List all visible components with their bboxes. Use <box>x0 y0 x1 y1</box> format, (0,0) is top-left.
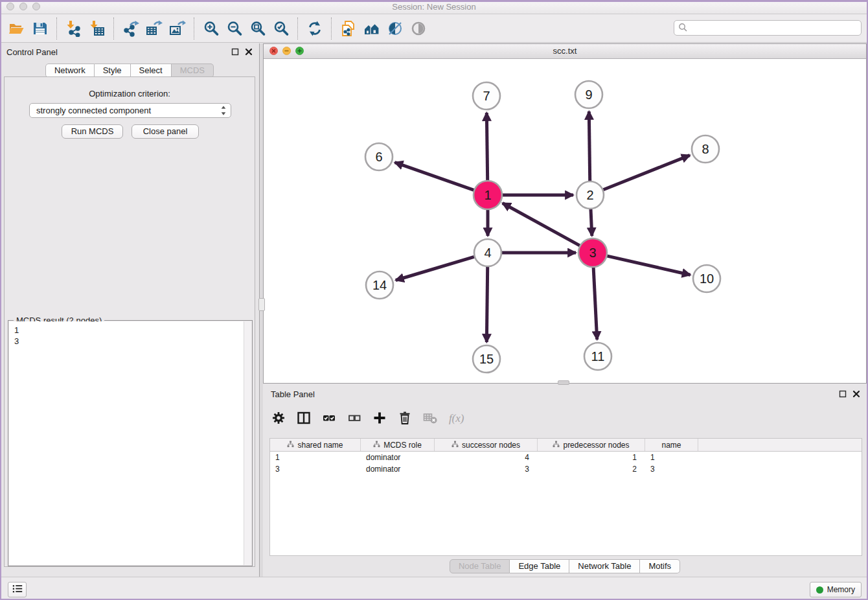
result-scrollbar[interactable] <box>244 321 251 565</box>
table-cell: 3 <box>435 463 538 475</box>
tab-edge-table[interactable]: Edge Table <box>510 559 569 573</box>
network-zoom-button[interactable] <box>295 47 304 57</box>
search-input[interactable] <box>687 23 857 34</box>
save-session-icon[interactable] <box>29 17 52 40</box>
tab-select[interactable]: Select <box>131 63 172 78</box>
graph-edge-1-7[interactable] <box>486 113 487 181</box>
unselect-all-columns-icon[interactable] <box>347 410 362 426</box>
graph-node-4[interactable]: 4 <box>474 239 501 266</box>
graph-edge-2-8[interactable] <box>603 156 690 190</box>
apply-layout-icon[interactable] <box>303 17 326 40</box>
graph-node-label-6: 6 <box>375 150 382 164</box>
graph-edge-4-14[interactable] <box>396 257 474 280</box>
graph-node-10[interactable]: 10 <box>693 265 720 292</box>
tab-network[interactable]: Network <box>45 63 95 78</box>
column-header-name[interactable]: name <box>645 439 698 451</box>
graph-edge-4-15[interactable] <box>486 267 487 342</box>
graphics-details-icon[interactable] <box>383 17 407 40</box>
select-stepper-icon <box>220 104 227 117</box>
control-panel-close-button[interactable] <box>245 48 253 56</box>
hierarchy-icon <box>451 441 459 450</box>
column-header-predecessor-nodes[interactable]: predecessor nodes <box>538 439 645 451</box>
delete-column-icon[interactable] <box>397 410 413 426</box>
graph-edge-2-9[interactable] <box>589 111 589 181</box>
task-history-button[interactable] <box>8 582 27 597</box>
zoom-in-icon[interactable] <box>200 17 223 40</box>
tab-network-table[interactable]: Network Table <box>569 559 640 573</box>
graph-edge-3-10[interactable] <box>607 256 691 275</box>
table-row[interactable]: 3dominator323 <box>270 463 862 475</box>
control-panel-float-button[interactable] <box>231 48 239 56</box>
zoom-out-icon[interactable] <box>223 17 246 40</box>
table-cell: 1 <box>645 452 698 463</box>
hierarchy-icon <box>287 441 294 450</box>
table-cell: dominator <box>361 452 435 463</box>
column-header-label: MCDS role <box>383 441 422 450</box>
network-minimize-button[interactable] <box>282 47 291 57</box>
graph-node-9[interactable]: 9 <box>575 81 602 108</box>
optimization-criterion-value: strongly connected component <box>30 106 220 115</box>
graph-node-label-11: 11 <box>591 349 605 363</box>
optimization-criterion-select[interactable]: strongly connected component <box>29 103 231 118</box>
create-column-icon[interactable] <box>372 410 387 426</box>
graph-node-label-9: 9 <box>585 87 592 102</box>
graph-node-7[interactable]: 7 <box>473 82 500 110</box>
graph-node-14[interactable]: 14 <box>366 271 393 299</box>
close-panel-button[interactable]: Close panel <box>131 124 199 139</box>
graph-node-2[interactable]: 2 <box>577 181 604 209</box>
columns-icon[interactable] <box>296 410 312 426</box>
select-all-columns-icon[interactable] <box>321 410 337 426</box>
window-titlebar: Session: New Session <box>0 0 868 14</box>
gear-icon[interactable] <box>271 410 286 426</box>
control-panel-tabs: NetworkStyleSelectMCDS <box>0 63 259 78</box>
graph-node-8[interactable]: 8 <box>692 135 719 163</box>
tab-node-table[interactable]: Node Table <box>450 559 510 573</box>
table-panel: Table Panel f(x) shared nameMCDS rolesuc… <box>263 386 867 575</box>
tab-style[interactable]: Style <box>95 63 131 78</box>
graph-edge-3-1[interactable] <box>503 203 580 246</box>
tab-motifs[interactable]: Motifs <box>640 559 680 573</box>
run-mcds-button[interactable]: Run MCDS <box>62 124 123 139</box>
column-header-label: shared name <box>297 441 343 450</box>
graph-node-15[interactable]: 15 <box>473 345 500 373</box>
network-graph-canvas[interactable]: 7968124314101511 <box>264 58 866 384</box>
export-image-icon[interactable] <box>166 17 189 40</box>
table-cell: 3 <box>270 463 361 475</box>
column-header-shared-name[interactable]: shared name <box>270 439 361 451</box>
graph-edge-3-11[interactable] <box>593 267 597 340</box>
graph-node-1[interactable]: 1 <box>474 181 502 209</box>
column-header-successor-nodes[interactable]: successor nodes <box>435 439 538 451</box>
table-row[interactable]: 1dominator411 <box>270 452 862 463</box>
graph-edge-2-3[interactable] <box>591 209 592 236</box>
table-panel-float-button[interactable] <box>839 390 847 398</box>
graph-node-label-4: 4 <box>484 246 491 260</box>
search-box[interactable] <box>674 20 862 36</box>
graph-node-11[interactable]: 11 <box>584 343 611 370</box>
toolbar-separator <box>331 17 332 40</box>
duplicate-network-icon[interactable] <box>337 17 360 40</box>
graph-node-label-3: 3 <box>589 246 596 260</box>
network-window-resize-nub[interactable] <box>558 380 569 385</box>
export-table-icon[interactable] <box>143 17 166 40</box>
column-header-MCDS-role[interactable]: MCDS role <box>361 439 435 451</box>
tab-mcds[interactable]: MCDS <box>172 63 214 78</box>
export-network-icon[interactable] <box>119 17 143 40</box>
home-icon[interactable] <box>360 17 383 40</box>
graph-node-6[interactable]: 6 <box>365 143 393 170</box>
mcds-result-textarea[interactable]: 1 3 <box>9 321 251 565</box>
graph-edge-1-6[interactable] <box>395 163 475 190</box>
control-panel-title: Control Panel <box>6 47 58 57</box>
open-session-icon[interactable] <box>5 17 29 40</box>
graph-node-label-15: 15 <box>479 352 494 366</box>
vertical-splitter-handle[interactable] <box>258 298 265 311</box>
zoom-fit-icon[interactable] <box>246 17 269 40</box>
import-network-icon[interactable] <box>62 17 86 40</box>
import-table-icon[interactable] <box>86 17 109 40</box>
table-panel-close-button[interactable] <box>852 390 860 398</box>
zoom-selected-icon[interactable] <box>269 17 293 40</box>
window-title: Session: New Session <box>0 0 868 14</box>
birds-eye-icon[interactable] <box>407 17 430 40</box>
graph-node-3[interactable]: 3 <box>578 238 607 267</box>
memory-button[interactable]: Memory <box>810 582 862 597</box>
network-close-button[interactable] <box>269 47 278 57</box>
